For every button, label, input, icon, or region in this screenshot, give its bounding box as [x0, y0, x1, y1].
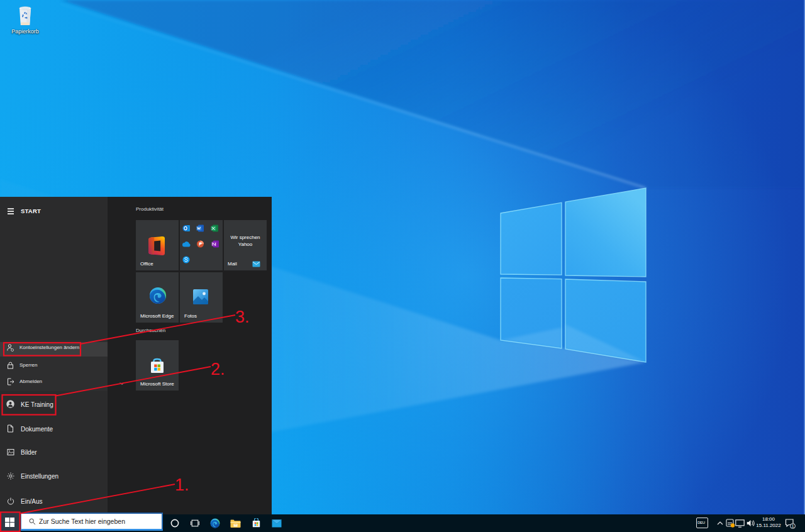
svg-text:1: 1 [792, 524, 794, 528]
